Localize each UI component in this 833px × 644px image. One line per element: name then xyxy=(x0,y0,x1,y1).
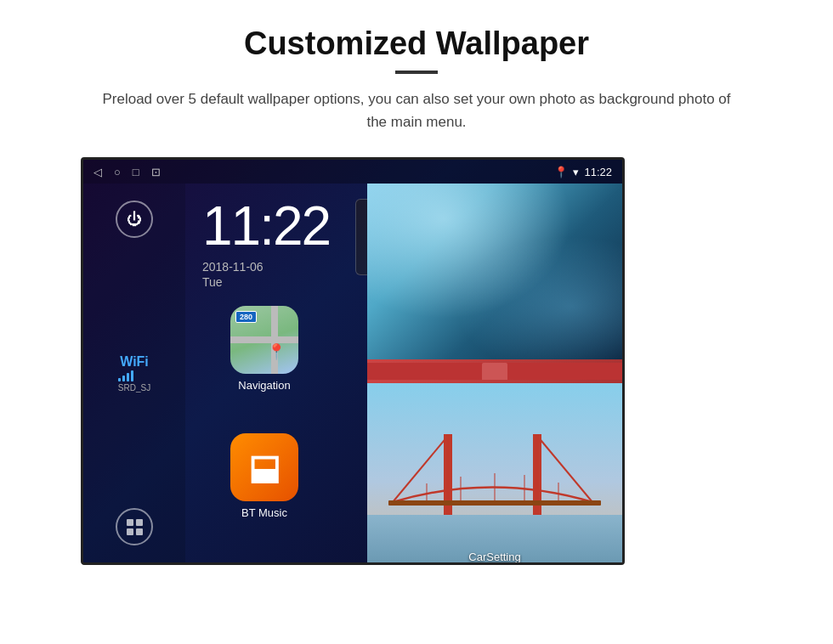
clock-time: 11:22 xyxy=(202,199,330,253)
strip-content xyxy=(367,363,622,380)
back-icon[interactable]: ◁ xyxy=(94,166,102,178)
page-subtitle: Preload over 5 default wallpaper options… xyxy=(94,88,740,133)
wallpaper-panels: CarSetting xyxy=(367,184,622,565)
clock-date: 2018-11-06 xyxy=(202,260,330,274)
shield-badge: 280 xyxy=(235,311,257,323)
power-icon: ⏻ xyxy=(127,211,142,229)
recent-icon[interactable]: □ xyxy=(133,166,139,178)
bar3 xyxy=(127,373,129,381)
title-section: Customized Wallpaper Preload over 5 defa… xyxy=(51,25,782,133)
bluetooth-icon: ⬓ xyxy=(248,448,280,487)
screen-content: ⏻ WiFi SRD_SJ xyxy=(83,184,622,562)
wifi-label: WiFi xyxy=(118,354,150,370)
app-navigation[interactable]: 280 📍 Navigation xyxy=(198,306,331,427)
navigation-icon: 280 📍 xyxy=(230,306,298,374)
bridge-svg xyxy=(367,383,622,566)
navigation-label: Navigation xyxy=(238,379,290,392)
bar1 xyxy=(118,378,121,381)
sidebar: ⏻ WiFi SRD_SJ xyxy=(83,184,185,562)
wallpaper-ice xyxy=(367,184,622,359)
status-bar-nav: ◁ ○ □ ⊡ xyxy=(94,166,161,178)
road-h xyxy=(230,336,298,343)
wifi-ssid: SRD_SJ xyxy=(118,383,150,393)
device-frame: ◁ ○ □ ⊡ 📍 ▾ 11:22 ⏻ xyxy=(81,157,752,565)
location-icon: 📍 xyxy=(554,166,568,178)
wallpaper-strip xyxy=(367,359,622,383)
capture-icon[interactable]: ⊡ xyxy=(151,166,161,178)
grid-dot xyxy=(136,519,143,526)
clock-block: 11:22 2018-11-06 Tue xyxy=(202,199,330,289)
grid-dot xyxy=(127,528,133,535)
road-v xyxy=(271,306,278,374)
wallpaper-bridge: CarSetting xyxy=(367,383,622,566)
clock-day: Tue xyxy=(202,275,330,289)
grid-dot xyxy=(127,519,133,526)
apps-grid-icon xyxy=(122,515,147,539)
building-icon xyxy=(482,363,507,380)
bar4 xyxy=(131,370,133,381)
status-bar-indicators: 📍 ▾ 11:22 xyxy=(554,166,612,178)
status-bar: ◁ ○ □ ⊡ 📍 ▾ 11:22 xyxy=(83,160,622,184)
carsetting-label: CarSetting xyxy=(468,551,520,563)
app-btmusic[interactable]: ⬓ BT Music xyxy=(198,433,331,554)
wifi-info: WiFi SRD_SJ xyxy=(118,354,150,393)
btmusic-label: BT Music xyxy=(241,506,287,519)
status-time: 11:22 xyxy=(584,166,612,178)
home-icon[interactable]: ○ xyxy=(114,166,121,178)
btmusic-icon: ⬓ xyxy=(230,433,298,501)
svg-rect-8 xyxy=(388,500,601,506)
title-divider xyxy=(395,71,438,74)
power-button[interactable]: ⏻ xyxy=(116,201,153,238)
page-title: Customized Wallpaper xyxy=(51,25,782,62)
android-screen: ◁ ○ □ ⊡ 📍 ▾ 11:22 ⏻ xyxy=(81,157,625,565)
ice-overlay xyxy=(367,184,622,359)
grid-dot xyxy=(136,528,143,535)
signal-bars xyxy=(118,370,150,381)
wifi-status-icon: ▾ xyxy=(573,166,579,178)
all-apps-button[interactable] xyxy=(116,508,153,545)
bar2 xyxy=(122,376,125,381)
page-container: Customized Wallpaper Preload over 5 defa… xyxy=(0,0,833,565)
map-pin: 📍 xyxy=(267,342,286,361)
